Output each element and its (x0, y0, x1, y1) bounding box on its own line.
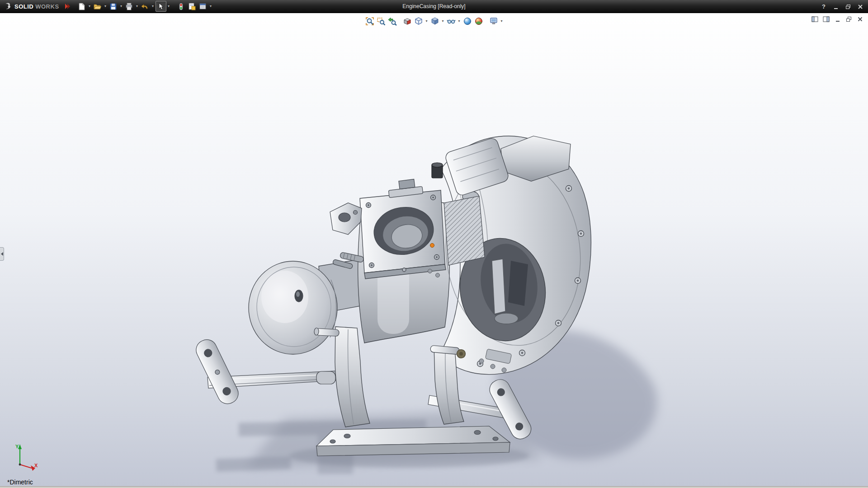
window-controls: ? (820, 0, 864, 13)
options-button[interactable] (198, 1, 208, 12)
selection-point[interactable] (430, 244, 434, 248)
pane-left-button[interactable] (811, 16, 819, 23)
apply-scene-button[interactable] (473, 15, 484, 27)
panel-collapse-handle[interactable] (0, 247, 4, 261)
shaded-cube-icon (430, 17, 439, 26)
logo-text-works: WORKS (35, 3, 59, 10)
previous-view-button[interactable] (387, 15, 398, 27)
open-button[interactable] (92, 1, 103, 12)
zoom-to-fit-button[interactable] (364, 15, 375, 27)
document-window-controls (811, 16, 864, 23)
mounting-plate (360, 190, 446, 279)
restore-icon (845, 4, 851, 9)
engine-casing-model[interactable] (0, 13, 868, 486)
restore-icon (846, 16, 852, 22)
stand-base (316, 426, 510, 456)
help-button[interactable]: ? (820, 3, 828, 11)
previous-view-icon (388, 17, 397, 26)
pane-right-button[interactable] (822, 16, 830, 23)
close-document-button[interactable] (856, 16, 864, 23)
open-dropdown[interactable]: ▾ (103, 1, 108, 12)
hide-show-items-button[interactable] (445, 15, 457, 27)
title-bar: SOLIDWORKS ▾ ▾ (0, 0, 868, 13)
view-orientation-dropdown[interactable]: ▾ (424, 15, 429, 27)
glasses-icon (447, 17, 456, 26)
undo-icon (141, 3, 149, 10)
color-ball-icon (463, 17, 472, 26)
triad-x-label: X (34, 463, 38, 468)
zoom-to-area-icon (377, 17, 386, 26)
print-button[interactable] (124, 1, 135, 12)
minimize-button[interactable] (832, 3, 840, 11)
select-dropdown[interactable]: ▾ (166, 1, 171, 12)
options-dropdown[interactable]: ▾ (208, 1, 213, 12)
close-icon (857, 16, 863, 22)
hide-show-items-dropdown[interactable]: ▾ (457, 15, 462, 27)
display-style-dropdown[interactable]: ▾ (440, 15, 445, 27)
window-resize-strip (0, 486, 868, 488)
close-button[interactable] (856, 3, 864, 11)
view-settings-button[interactable] (488, 15, 499, 27)
edit-appearance-button[interactable] (462, 15, 473, 27)
logo-accent-icon (65, 3, 70, 9)
solidworks-window: SOLIDWORKS ▾ ▾ (0, 0, 868, 488)
heads-up-view-toolbar: ▾ ▾ ▾ (364, 15, 504, 27)
save-button[interactable] (108, 1, 119, 12)
ds-swirl-icon (4, 2, 13, 10)
new-document-icon (78, 3, 85, 10)
minimize-icon (833, 4, 839, 9)
select-cursor-icon (157, 3, 165, 10)
rebuild-traffic-light-icon (177, 3, 185, 10)
new-button[interactable] (76, 1, 87, 12)
save-dropdown[interactable]: ▾ (119, 1, 124, 12)
file-properties-button[interactable] (187, 1, 198, 12)
orientation-triad: Y X (6, 442, 39, 474)
file-properties-icon (188, 3, 196, 10)
save-icon (109, 3, 117, 10)
section-view-button[interactable] (401, 15, 413, 27)
view-orientation-label: *Dimetric (7, 479, 33, 486)
pane-left-icon (811, 16, 818, 22)
display-style-button[interactable] (429, 15, 440, 27)
print-dropdown[interactable]: ▾ (135, 1, 140, 12)
zoom-to-area-button[interactable] (375, 15, 387, 27)
monitor-icon (489, 17, 498, 26)
scene-ball-icon (474, 17, 483, 26)
close-icon (858, 4, 863, 9)
graphics-area[interactable]: ▾ ▾ ▾ (0, 13, 868, 486)
logo-text-solid: SOLID (14, 3, 33, 10)
print-icon (125, 3, 133, 10)
main-toolbar: ▾ ▾ ▾ (76, 1, 213, 12)
options-icon (199, 3, 207, 10)
new-dropdown[interactable]: ▾ (87, 1, 92, 12)
solidworks-logo: SOLIDWORKS (0, 2, 62, 10)
view-settings-dropdown[interactable]: ▾ (499, 15, 504, 27)
triad-y-label: Y (15, 444, 19, 449)
collapse-arrow-icon (1, 252, 3, 256)
undo-button[interactable] (140, 1, 151, 12)
minimize-document-button[interactable] (834, 16, 841, 23)
section-hatch-face (444, 196, 485, 265)
section-view-icon (403, 17, 412, 26)
document-title: EngineCasing [Read-only] (402, 3, 465, 9)
stand-legs (335, 327, 464, 427)
pane-right-icon (823, 16, 830, 22)
restore-button[interactable] (844, 3, 852, 11)
zoom-to-fit-icon (365, 17, 374, 26)
rebuild-button[interactable] (176, 1, 187, 12)
undo-dropdown[interactable]: ▾ (151, 1, 156, 12)
view-cube-icon (414, 17, 423, 26)
minimize-icon (835, 16, 840, 22)
select-button[interactable] (156, 1, 166, 12)
open-folder-icon (94, 3, 101, 10)
view-orientation-button[interactable] (413, 15, 424, 27)
restore-document-button[interactable] (845, 16, 853, 23)
